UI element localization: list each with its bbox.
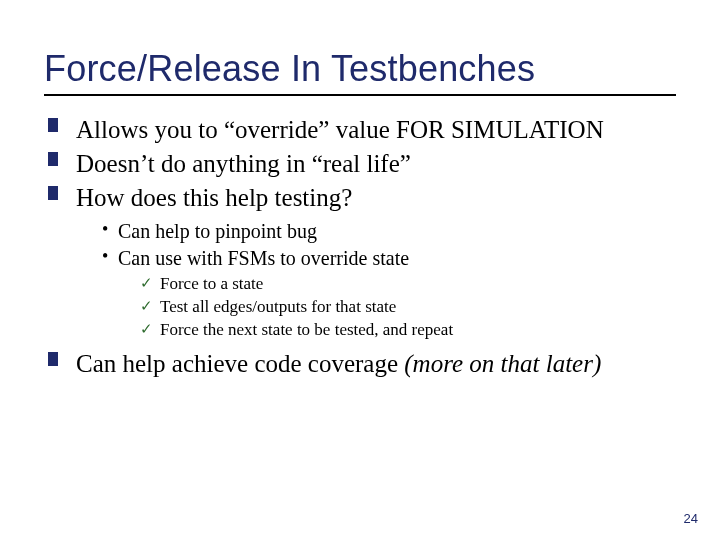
sub-bullet-list: Can help to pinpoint bug Can use with FS… [76, 218, 676, 342]
title-underline [44, 94, 676, 96]
check-item: Test all edges/outputs for that state [140, 296, 676, 319]
bullet-text: How does this help testing? [76, 184, 352, 211]
page-number: 24 [684, 511, 698, 526]
bullet-text: Can help achieve code coverage [76, 350, 404, 377]
slide: Force/Release In Testbenches Allows you … [0, 0, 720, 540]
bullet-item: Allows you to “override” value FOR SIMUL… [48, 114, 676, 146]
bullet-text-italic: (more on that later) [404, 350, 601, 377]
bullet-list: Allows you to “override” value FOR SIMUL… [44, 114, 676, 380]
bullet-item: Can help achieve code coverage (more on … [48, 348, 676, 380]
sub-bullet-item: Can help to pinpoint bug [102, 218, 676, 244]
sub-bullet-text: Can use with FSMs to override state [118, 247, 409, 269]
check-list: Force to a state Test all edges/outputs … [118, 273, 676, 342]
bullet-item: Doesn’t do anything in “real life” [48, 148, 676, 180]
slide-title: Force/Release In Testbenches [44, 48, 676, 90]
sub-bullet-item: Can use with FSMs to override state Forc… [102, 245, 676, 342]
bullet-item: How does this help testing? Can help to … [48, 182, 676, 342]
check-item: Force to a state [140, 273, 676, 296]
check-item: Force the next state to be tested, and r… [140, 319, 676, 342]
